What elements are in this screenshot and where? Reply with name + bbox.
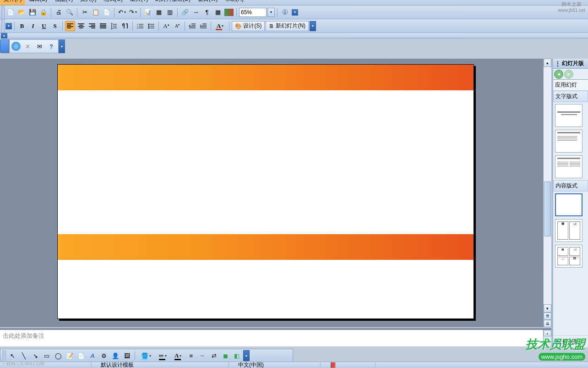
tables-borders-icon[interactable]: ▥: [165, 7, 175, 17]
menu-format[interactable]: 格式(O): [100, 0, 126, 5]
select-arrow-icon[interactable]: ↖: [7, 351, 17, 361]
diagram-icon[interactable]: ⚙: [99, 351, 109, 361]
scroll-track[interactable]: [544, 67, 551, 304]
distributed-button[interactable]: [98, 21, 108, 31]
grid-icon[interactable]: ▦: [213, 7, 223, 17]
font-color-button[interactable]: A ▾: [213, 21, 227, 31]
scroll-down-icon[interactable]: ▾: [544, 304, 551, 313]
slide-canvas[interactable]: [57, 64, 474, 319]
rectangle-icon[interactable]: ▭: [42, 351, 52, 361]
align-center-button[interactable]: [76, 21, 86, 31]
redo-icon[interactable]: ↷▾: [128, 7, 138, 17]
menu-window[interactable]: 窗口(W): [194, 0, 221, 5]
picture-icon[interactable]: 🖼: [122, 351, 132, 361]
arrow-style-icon[interactable]: ⇄: [209, 351, 219, 361]
permission-icon[interactable]: 🔒: [38, 7, 49, 17]
globe-icon[interactable]: [11, 42, 21, 51]
copy-icon[interactable]: 📋: [91, 7, 101, 17]
menu-bar[interactable]: 文件(F) 编辑(E) 视图(V) 插入(I) 格式(O) 工具(T) 幻灯片放…: [0, 0, 588, 5]
layout-blank[interactable]: [555, 193, 583, 216]
menu-edit[interactable]: 编辑(E): [25, 0, 51, 5]
help-icon[interactable]: 🛈: [280, 7, 290, 17]
shadow-style-icon[interactable]: ◼: [220, 351, 230, 361]
draw-toolbar-options[interactable]: ▾: [243, 350, 250, 361]
align-left-button[interactable]: [65, 21, 75, 31]
new-doc-icon[interactable]: 📄: [5, 7, 16, 17]
table-icon[interactable]: ▦: [154, 7, 164, 17]
numbered-list-button[interactable]: 123: [135, 21, 145, 31]
line-color-button[interactable]: ✏▾: [156, 351, 170, 361]
new-slide-dropdown[interactable]: ▾: [310, 21, 316, 31]
color-icon[interactable]: [224, 7, 234, 17]
layout-two-column[interactable]: [555, 155, 583, 178]
toolbar-tab[interactable]: [0, 39, 9, 53]
arrow-icon[interactable]: ↘: [30, 351, 40, 361]
prev-slide-icon[interactable]: ⇈: [544, 313, 551, 320]
toolbar-options[interactable]: ▾: [292, 9, 298, 16]
layout-content-grid[interactable]: ▦ 📊 📈 🖼: [555, 245, 583, 268]
chart-icon[interactable]: 📊: [143, 7, 153, 17]
grip-icon[interactable]: ⋮: [555, 60, 561, 67]
undo-icon[interactable]: ↶▾: [117, 7, 127, 17]
cut-icon[interactable]: ✂: [80, 7, 90, 17]
scroll-up-icon[interactable]: ▴: [544, 330, 551, 336]
layout-content[interactable]: ▦ 📊: [555, 219, 583, 242]
italic-button[interactable]: I: [28, 21, 38, 31]
notes-pane[interactable]: 击此处添加备注 ▴: [0, 328, 551, 346]
slide-editor[interactable]: [0, 59, 543, 327]
line-spacing-button[interactable]: [109, 21, 119, 31]
3d-style-icon[interactable]: ◧: [232, 351, 242, 361]
menu-view[interactable]: 视图(V): [51, 0, 76, 5]
menu-insert[interactable]: 插入(I): [76, 0, 100, 5]
align-right-button[interactable]: [87, 21, 97, 31]
decrease-indent-button[interactable]: [187, 21, 197, 31]
scroll-up-icon[interactable]: ▴: [544, 59, 551, 67]
layout-title-content[interactable]: [555, 130, 583, 153]
mail-icon[interactable]: ✉: [34, 41, 44, 51]
remove-link-icon[interactable]: ✕: [22, 41, 33, 51]
clipart-icon[interactable]: 👤: [110, 351, 120, 361]
scroll-thumb[interactable]: [544, 181, 551, 236]
oval-icon[interactable]: ◯: [53, 351, 63, 361]
menu-file[interactable]: 文件(F): [0, 0, 25, 5]
hyperlink-icon[interactable]: 🔗: [180, 7, 190, 17]
toolbar-handle[interactable]: [1, 19, 5, 33]
vertical-scrollbar[interactable]: ▴ ▾ ⇈ ⇊: [543, 59, 551, 327]
new-slide-button[interactable]: 🗎 新幻灯片(N): [266, 21, 309, 31]
text-direction-button[interactable]: [120, 21, 130, 31]
menu-slideshow[interactable]: 幻灯片放映(D): [152, 0, 194, 5]
next-slide-icon[interactable]: ⇊: [544, 320, 551, 327]
toolbar-options[interactable]: ▾: [5, 23, 12, 29]
help-question-icon[interactable]: ?: [46, 41, 56, 51]
shadow-button[interactable]: S: [50, 21, 60, 31]
toolbar-handle[interactable]: [1, 5, 5, 19]
increase-indent-button[interactable]: [198, 21, 208, 31]
zoom-input[interactable]: 65%: [239, 8, 267, 17]
show-formatting-icon[interactable]: ¶: [202, 7, 212, 17]
toolbar3-options[interactable]: ▾: [59, 39, 65, 53]
nav-back-icon[interactable]: ◄: [554, 70, 563, 79]
line-icon[interactable]: ╲: [19, 351, 29, 361]
font-color-button-draw[interactable]: A▾: [171, 351, 185, 361]
design-button[interactable]: 🎨 设计(S): [232, 21, 265, 31]
menu-tools[interactable]: 工具(T): [126, 0, 152, 5]
status-spell-icon[interactable]: 📕: [321, 362, 376, 368]
bold-button[interactable]: B: [17, 21, 27, 31]
line-style-icon[interactable]: ≡: [186, 351, 196, 361]
nav-forward-icon[interactable]: ►: [564, 70, 573, 79]
open-icon[interactable]: 📂: [16, 7, 27, 17]
textbox-icon[interactable]: 📝: [65, 351, 75, 361]
increase-font-button[interactable]: A▴: [161, 21, 171, 31]
toolbar-overflow[interactable]: ▾: [1, 33, 7, 38]
bullet-list-button[interactable]: [146, 21, 156, 31]
decrease-font-button[interactable]: A▾: [172, 21, 182, 31]
fill-color-button[interactable]: 🪣▾: [138, 351, 154, 361]
dash-style-icon[interactable]: ┈: [197, 351, 207, 361]
paste-icon[interactable]: 📄: [102, 7, 112, 17]
vertical-textbox-icon[interactable]: 📄: [76, 351, 86, 361]
zoom-dropdown[interactable]: ▾: [267, 8, 275, 17]
wordart-icon[interactable]: A: [87, 351, 98, 361]
layout-title-slide[interactable]: [555, 104, 583, 127]
toolbar-handle[interactable]: [2, 350, 6, 361]
underline-button[interactable]: U: [39, 21, 49, 31]
